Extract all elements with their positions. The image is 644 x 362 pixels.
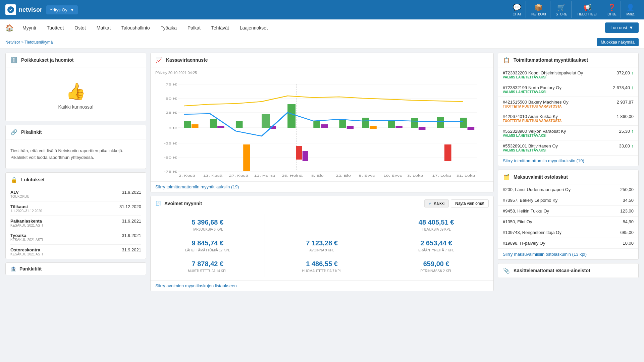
avoimet-huomautettuja-label: HUOMAUTETTUJA 7 KPL [268, 269, 376, 273]
menu-item-palkat[interactable]: Palkat [183, 22, 205, 33]
breadcrumb-separator: » [21, 40, 24, 45]
chat-button[interactable]: 💬 CHAT [508, 1, 526, 18]
pikalinkit-text: Tiesithän, että voit lisätä Netvisoriin … [10, 144, 141, 164]
invoice-2-name: #9458, Heikin Tukku Oy [503, 208, 549, 214]
order-row-4-top: #552328900 Veikon Varaosat Ky 25,30 ↑ [503, 128, 634, 134]
avoimet-siirry-link[interactable]: Siirry avoimien myyntilaskujen listaukse… [151, 280, 493, 291]
invoice-3-amount: 84,90 [623, 219, 634, 224]
lukitus-tilikausi-info: Tilikausi 1.1.2020–31.12.2020 [10, 204, 42, 213]
tiedotteet-button[interactable]: 📢 TIEDOTTEET [573, 1, 602, 18]
store-button[interactable]: 🛒 STORE [552, 1, 572, 18]
svg-rect-31 [362, 118, 369, 128]
maksuvalmiit-panel: 🗂️ Maksuvalmiit ostolaskut #200, Länsi-U… [498, 170, 639, 260]
order-1-name: #723832199 North Factory Oy [503, 85, 561, 90]
svg-rect-27 [313, 121, 320, 128]
poikkeukset-panel: ℹ️ Poikkeukset ja huomiot 👍 Kaikki kunno… [5, 53, 146, 121]
order-row-0: #723832200 Koodi Ohjelmistopalvelut Oy 3… [498, 67, 638, 82]
order-row-0-top: #723832200 Koodi Ohjelmistopalvelut Oy 3… [503, 70, 634, 75]
avoimet-avoinna-label: AVOINNA 9 KPL [268, 248, 376, 252]
invoice-row-2: #9458, Heikin Tukku Oy 123,00 [498, 206, 638, 217]
menu-bar: 🏠 Myynti Tuotteet Ostot Matkat Taloushal… [0, 19, 644, 36]
invoice-0-name: #200, Länsi-Uudenmaan paperi Oy [503, 187, 571, 192]
company-selector[interactable]: Yritys Oy ▼ [46, 5, 78, 14]
toimittamattomat-panel: 📋 Toimittamattomat myyntitilaukset #7238… [498, 53, 639, 166]
user-icon: 👤 [626, 3, 635, 11]
lukitus-alv-sub: TOUKOKUU [10, 195, 30, 198]
lukitus-row-alv: ALV TOUKOKUU 31.9.2021 [10, 187, 141, 201]
svg-text:22. Elo: 22. Elo [336, 174, 351, 177]
user-button[interactable]: 👤 Maija [622, 1, 639, 18]
menu-item-laajennokset[interactable]: Laajennokset [235, 22, 272, 33]
escan-header: 📎 Käsittelemättömät eScan-aineistot [498, 263, 638, 278]
menu-item-tehtavat[interactable]: Tehtävät [207, 22, 234, 33]
order-4-status: VALMIS LÄHETETTÄVÄKSI [503, 134, 634, 137]
menu-item-ostot[interactable]: Ostot [70, 22, 90, 33]
chat-label: CHAT [513, 12, 521, 16]
svg-rect-40 [468, 127, 475, 130]
muokkaa-nakymaa-button[interactable]: Muokkaa näkymää [597, 38, 639, 46]
filter-omat-button[interactable]: Näytä vain omat [451, 199, 489, 207]
avoimet-eraantyneita-amount: 2 653,44 € [382, 239, 491, 247]
avoimet-perinnassa-amount: 659,00 € [382, 260, 491, 268]
invoice-row-1: #73957, Bakery Leipomo Ky 34,50 [498, 195, 638, 206]
avoimet-cell-muistutettuja: 7 878,42 € MUISTUTETTUJA 14 KPL [151, 256, 265, 277]
lukitukset-title: Lukitukset [21, 177, 45, 182]
pikalinkit-title: Pikalinkit [21, 129, 42, 135]
lukitus-tilikausi-date: 31.12.2020 [119, 204, 141, 209]
svg-rect-34 [395, 126, 402, 128]
svg-text:0 t€: 0 t€ [168, 126, 177, 130]
kassavirta-chart-container: Päivitty 20.10.2021 04:25 75 t€ 50 t€ [151, 67, 493, 181]
filter-kaikki-button[interactable]: ✓ Kaikki [424, 199, 449, 207]
svg-text:13. Kesä: 13. Kesä [203, 174, 223, 177]
lock-icon: 🔒 [10, 176, 18, 183]
menu-item-myynti[interactable]: Myynti [18, 22, 41, 33]
poikkeukset-header: ℹ️ Poikkeukset ja huomiot [6, 53, 146, 67]
luo-uusi-button[interactable]: Luo uusi ▼ [605, 22, 639, 33]
svg-rect-35 [411, 118, 418, 128]
lukitus-ostoreskontra-sub: KESÄKUU 2021 ASTI [10, 252, 43, 256]
maksuvalmiit-siirry-link[interactable]: Siirry maksuvalmiisiin ostolaskuihin (13… [498, 249, 638, 259]
avoimet-tarjouksia-label: TARJOUKSIA 6 KPL [153, 228, 262, 231]
menu-item-tuotteet[interactable]: Tuotteet [42, 22, 68, 33]
chat-icon: 💬 [513, 3, 521, 11]
breadcrumb-netvisor[interactable]: Netvisor [5, 40, 20, 45]
middle-column: 📈 Kassavirtaennuste Päivitty 20.10.2021 … [150, 53, 494, 362]
svg-text:-50 t€: -50 t€ [164, 156, 177, 159]
kassavirta-title: Kassavirtaennuste [166, 57, 208, 63]
svg-rect-17 [192, 124, 199, 128]
svg-rect-38 [444, 144, 451, 161]
lukitus-tilikausi-name: Tilikausi [10, 204, 42, 209]
kaikki-kunnossa-text: Kaikki kunnossa! [10, 104, 141, 110]
ohje-button[interactable]: ❓ OHJE [603, 1, 621, 18]
toimittamattomat-siirry-link[interactable]: Siirry toimittamattomiin myyntilauksiin … [498, 155, 638, 166]
menu-item-tyoaika[interactable]: Työaika [156, 22, 181, 33]
svg-rect-36 [419, 127, 426, 130]
svg-text:31. Loka: 31. Loka [457, 174, 475, 177]
menu-item-taloushallinto[interactable]: Taloushallinto [117, 22, 155, 33]
avoimet-filters: ✓ Kaikki Näytä vain omat [424, 199, 489, 207]
pikalinkit-body: Tiesithän, että voit lisätä Netvisoriin … [6, 139, 146, 169]
avoimet-lahettamattomia-label: LÄHETTÄMÄTTÖMIÄ 17 KPL [153, 248, 262, 252]
breadcrumb: Netvisor » Tietotusnäkymä [5, 40, 53, 45]
netboxi-button[interactable]: 📦 NETBOXI [527, 1, 550, 18]
tiedotteet-label: TIEDOTTEET [577, 12, 598, 16]
order-4-status-icon: ↑ [631, 128, 634, 134]
order-4-amount: 25,30 [619, 129, 630, 134]
kassavirta-siirry-link[interactable]: Siirry toimittamattomiin myyntitilauksii… [151, 181, 493, 192]
store-label: STORE [556, 12, 567, 16]
order-2-status: TUOTTEITA PUUTTUU VARASTOSTA [503, 105, 634, 108]
lukitus-ostoreskontra-date: 31.9.2021 [122, 247, 141, 252]
filter-omat-label: Näytä vain omat [455, 201, 484, 206]
home-button[interactable]: 🏠 [5, 24, 14, 32]
svg-text:-75 t€: -75 t€ [164, 170, 177, 173]
svg-rect-29 [339, 119, 346, 128]
svg-text:2. Kesä: 2. Kesä [179, 174, 196, 177]
svg-rect-19 [217, 126, 224, 128]
menu-item-matkat[interactable]: Matkat [92, 22, 115, 33]
avoimet-perinnassa-label: PERINNÄSSÄ 2 KPL [382, 269, 491, 273]
svg-text:25. Heinä: 25. Heinä [282, 174, 303, 177]
invoice-1-name: #73957, Bakery Leipomo Ky [503, 198, 557, 203]
svg-rect-21 [243, 144, 250, 171]
lukitus-alv-date: 31.9.2021 [122, 190, 141, 195]
breadcrumb-bar: Netvisor » Tietotusnäkymä Muokkaa näkymä… [0, 36, 644, 49]
